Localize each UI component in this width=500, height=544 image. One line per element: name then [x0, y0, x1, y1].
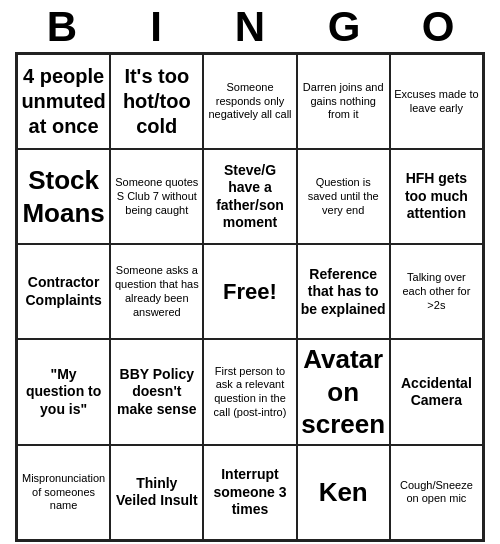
cell-15[interactable]: "My question to you is" [17, 339, 110, 445]
cell-10[interactable]: Contractor Complaints [17, 244, 110, 339]
cell-0[interactable]: 4 people unmuted at once [17, 54, 110, 149]
cell-22[interactable]: Interrupt someone 3 times [203, 445, 296, 540]
cell-13[interactable]: Reference that has to be explained [297, 244, 390, 339]
cell-3[interactable]: Darren joins and gains nothing from it [297, 54, 390, 149]
cell-17[interactable]: First person to ask a relevant question … [203, 339, 296, 445]
cell-14[interactable]: Talking over each other for >2s [390, 244, 483, 339]
cell-8[interactable]: Question is saved until the very end [297, 149, 390, 244]
cell-2[interactable]: Someone responds only negatively all cal… [203, 54, 296, 149]
letter-o: O [411, 6, 465, 48]
cell-4[interactable]: Excuses made to leave early [390, 54, 483, 149]
cell-19[interactable]: Accidental Camera [390, 339, 483, 445]
cell-6[interactable]: Someone quotes S Club 7 without being ca… [110, 149, 203, 244]
cell-23[interactable]: Ken [297, 445, 390, 540]
cell-21[interactable]: Thinly Veiled Insult [110, 445, 203, 540]
cell-7[interactable]: Steve/G have a father/son moment [203, 149, 296, 244]
cell-11[interactable]: Someone asks a question that has already… [110, 244, 203, 339]
letter-i: I [129, 6, 183, 48]
cell-5[interactable]: Stock Moans [17, 149, 110, 244]
letter-g: G [317, 6, 371, 48]
bingo-title-row: B I N G O [15, 0, 485, 52]
cell-20[interactable]: Mispronunciation of someones name [17, 445, 110, 540]
cell-12[interactable]: Free! [203, 244, 296, 339]
cell-1[interactable]: It's too hot/too cold [110, 54, 203, 149]
cell-9[interactable]: HFH gets too much attention [390, 149, 483, 244]
cell-16[interactable]: BBY Policy doesn't make sense [110, 339, 203, 445]
cell-18[interactable]: Avatar on screen [297, 339, 390, 445]
letter-n: N [223, 6, 277, 48]
cell-24[interactable]: Cough/Sneeze on open mic [390, 445, 483, 540]
bingo-grid: 4 people unmuted at onceIt's too hot/too… [15, 52, 485, 542]
letter-b: B [35, 6, 89, 48]
